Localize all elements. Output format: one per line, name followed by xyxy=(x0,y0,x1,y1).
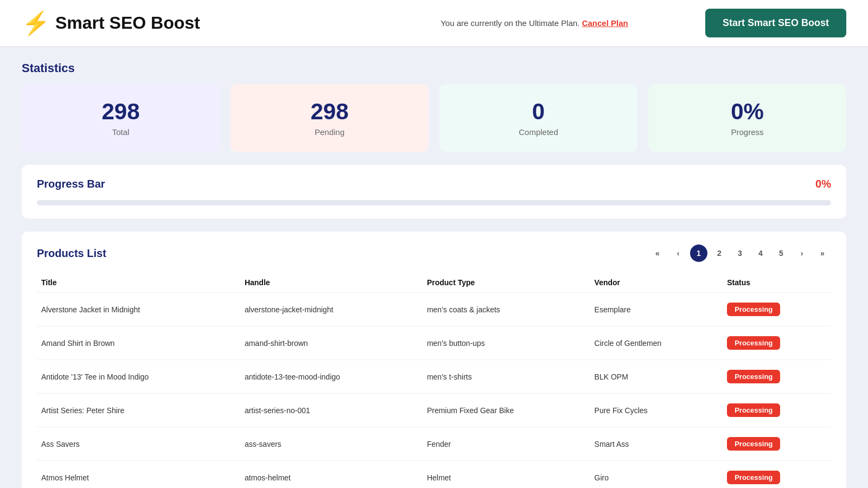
cell-vendor: Esemplare xyxy=(590,293,723,326)
products-list-title: Products List xyxy=(37,247,106,260)
cell-product-type: men's button-ups xyxy=(423,326,590,360)
status-badge: Processing xyxy=(727,370,780,383)
cell-title: Artist Series: Peter Shire xyxy=(37,394,240,427)
stat-card-progress: 0% Progress xyxy=(648,84,846,152)
col-status: Status xyxy=(723,273,831,293)
statistics-title: Statistics xyxy=(22,61,846,75)
cell-title: Alverstone Jacket in Midnight xyxy=(37,293,240,326)
cell-status: Processing xyxy=(723,293,831,326)
products-table: Title Handle Product Type Vendor Status … xyxy=(37,273,831,488)
progress-card: Progress Bar 0% xyxy=(22,165,846,219)
col-vendor: Vendor xyxy=(590,273,723,293)
app-title: Smart SEO Boost xyxy=(55,13,200,33)
progress-header: Progress Bar 0% xyxy=(37,178,831,190)
logo-area: ⚡ Smart SEO Boost xyxy=(22,12,363,35)
stat-progress-value: 0% xyxy=(659,99,835,124)
stat-card-completed: 0 Completed xyxy=(439,84,637,152)
table-row: Alverstone Jacket in Midnight alverstone… xyxy=(37,293,831,326)
status-badge: Processing xyxy=(727,303,780,316)
lightning-icon: ⚡ xyxy=(22,12,50,35)
cell-handle: ass-savers xyxy=(240,427,423,461)
cell-vendor: BLK OPM xyxy=(590,360,723,394)
stat-pending-label: Pending xyxy=(241,127,418,137)
col-handle: Handle xyxy=(240,273,423,293)
table-row: Ass Savers ass-savers Fender Smart Ass P… xyxy=(37,427,831,461)
stat-completed-label: Completed xyxy=(450,127,627,137)
stat-progress-label: Progress xyxy=(659,127,835,137)
cell-status: Processing xyxy=(723,461,831,488)
cell-product-type: Premium Fixed Gear Bike xyxy=(423,394,590,427)
pagination-page-5[interactable]: 5 xyxy=(773,245,790,262)
cell-vendor: Circle of Gentlemen xyxy=(590,326,723,360)
pagination-next[interactable]: › xyxy=(793,245,810,262)
cell-handle: atmos-helmet xyxy=(240,461,423,488)
pagination-page-3[interactable]: 3 xyxy=(731,245,749,262)
cell-status: Processing xyxy=(723,427,831,461)
main-content: Statistics 298 Total 298 Pending 0 Compl… xyxy=(0,46,868,488)
cell-status: Processing xyxy=(723,326,831,360)
pagination-prev[interactable]: ‹ xyxy=(669,245,687,262)
cell-handle: antidote-13-tee-mood-indigo xyxy=(240,360,423,394)
col-product-type: Product Type xyxy=(423,273,590,293)
header: ⚡ Smart SEO Boost You are currently on t… xyxy=(0,0,868,46)
table-header: Title Handle Product Type Vendor Status xyxy=(37,273,831,293)
status-badge: Processing xyxy=(727,471,780,484)
status-badge: Processing xyxy=(727,336,780,350)
table-row: Antidote '13' Tee in Mood Indigo antidot… xyxy=(37,360,831,394)
cell-title: Ass Savers xyxy=(37,427,240,461)
progress-bar-background xyxy=(37,200,831,206)
cell-product-type: Fender xyxy=(423,427,590,461)
cell-handle: artist-series-no-001 xyxy=(240,394,423,427)
cell-status: Processing xyxy=(723,360,831,394)
pagination-page-1[interactable]: 1 xyxy=(690,245,707,262)
cell-status: Processing xyxy=(723,394,831,427)
pagination-page-4[interactable]: 4 xyxy=(752,245,769,262)
start-seo-boost-button[interactable]: Start Smart SEO Boost xyxy=(705,9,846,37)
plan-text: You are currently on the Ultimate Plan. xyxy=(441,18,579,28)
pagination-first[interactable]: « xyxy=(649,245,666,262)
pagination-last[interactable]: » xyxy=(814,245,831,262)
stat-pending-value: 298 xyxy=(241,99,418,124)
table-row: Atmos Helmet atmos-helmet Helmet Giro Pr… xyxy=(37,461,831,488)
pagination: « ‹ 1 2 3 4 5 › » xyxy=(649,245,831,262)
progress-bar-percent: 0% xyxy=(815,178,831,190)
stat-card-total: 298 Total xyxy=(22,84,220,152)
cancel-plan-link[interactable]: Cancel Plan xyxy=(582,18,628,28)
col-title: Title xyxy=(37,273,240,293)
products-header: Products List « ‹ 1 2 3 4 5 › » xyxy=(37,245,831,262)
stat-completed-value: 0 xyxy=(450,99,627,124)
pagination-page-2[interactable]: 2 xyxy=(711,245,728,262)
plan-info: You are currently on the Ultimate Plan. … xyxy=(363,18,705,28)
stat-total-value: 298 xyxy=(33,99,209,124)
table-row: Amand Shirt in Brown amand-shirt-brown m… xyxy=(37,326,831,360)
products-card: Products List « ‹ 1 2 3 4 5 › » Title Ha… xyxy=(22,232,846,488)
stat-card-pending: 298 Pending xyxy=(231,84,429,152)
status-badge: Processing xyxy=(727,403,780,417)
cell-vendor: Pure Fix Cycles xyxy=(590,394,723,427)
table-body: Alverstone Jacket in Midnight alverstone… xyxy=(37,293,831,488)
cell-handle: amand-shirt-brown xyxy=(240,326,423,360)
cell-handle: alverstone-jacket-midnight xyxy=(240,293,423,326)
cell-title: Atmos Helmet xyxy=(37,461,240,488)
cell-product-type: men's coats & jackets xyxy=(423,293,590,326)
statistics-grid: 298 Total 298 Pending 0 Completed 0% Pro… xyxy=(22,84,846,152)
cell-product-type: Helmet xyxy=(423,461,590,488)
cell-vendor: Smart Ass xyxy=(590,427,723,461)
cell-product-type: men's t-shirts xyxy=(423,360,590,394)
stat-total-label: Total xyxy=(33,127,209,137)
cell-title: Antidote '13' Tee in Mood Indigo xyxy=(37,360,240,394)
status-badge: Processing xyxy=(727,437,780,451)
table-row: Artist Series: Peter Shire artist-series… xyxy=(37,394,831,427)
progress-bar-title: Progress Bar xyxy=(37,178,105,190)
cell-title: Amand Shirt in Brown xyxy=(37,326,240,360)
cell-vendor: Giro xyxy=(590,461,723,488)
